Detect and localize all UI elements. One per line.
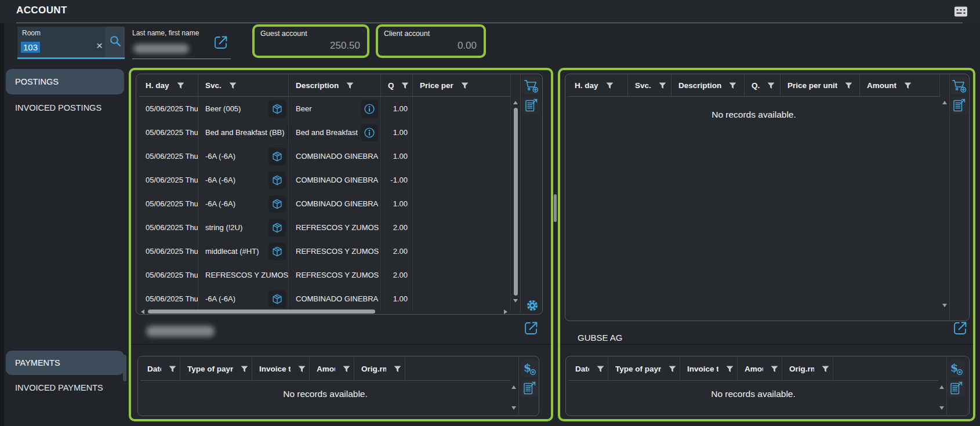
filter-icon[interactable] [346, 82, 354, 89]
column-header[interactable]: Q. [745, 75, 781, 97]
sidebar-splitter[interactable] [123, 355, 126, 381]
column-header[interactable]: Orig.rm. [782, 358, 833, 381]
invoice-preview-button[interactable] [522, 97, 540, 114]
cell-quantity[interactable]: 2.00 [381, 216, 413, 239]
cell-hotel-day[interactable]: 05/06/2025 Thu [139, 216, 198, 239]
filter-icon[interactable] [845, 82, 852, 89]
package-icon[interactable] [268, 195, 286, 213]
cell-price-per-unit[interactable] [413, 121, 511, 144]
cell-price-per-unit[interactable] [413, 239, 511, 263]
cell-quantity[interactable]: 2.00 [381, 239, 413, 263]
package-icon[interactable] [268, 243, 286, 260]
room-input[interactable]: 103 [21, 42, 40, 53]
column-header[interactable]: Orig.rm. [354, 358, 405, 381]
scroll-down-icon[interactable] [513, 299, 518, 303]
cell-quantity[interactable]: 1.00 [381, 192, 413, 216]
keyboard-icon[interactable] [952, 5, 970, 20]
package-icon[interactable] [268, 219, 286, 236]
filter-icon[interactable] [241, 366, 248, 373]
scroll-up-icon[interactable] [942, 101, 947, 104]
cell-description[interactable]: REFRESCOS Y ZUMOS [289, 239, 381, 263]
filter-icon[interactable] [729, 82, 736, 89]
room-field[interactable]: Room 103 × [17, 27, 125, 59]
scroll-up-icon[interactable] [513, 101, 518, 104]
column-header[interactable]: Svc. [628, 75, 672, 97]
filter-icon[interactable] [771, 366, 778, 373]
package-icon[interactable] [268, 148, 286, 165]
add-payment-button[interactable]: $ [521, 360, 538, 377]
horizontal-scrollbar-thumb[interactable] [148, 310, 375, 314]
filter-icon[interactable] [401, 82, 409, 89]
package-icon[interactable] [268, 290, 286, 308]
clear-icon[interactable]: × [96, 40, 103, 51]
cell-hotel-day[interactable]: 05/06/2025 Thu [139, 121, 198, 144]
cell-price-per-unit[interactable] [413, 263, 511, 287]
invoice-preview-button[interactable] [521, 380, 538, 397]
column-header[interactable]: Date [140, 358, 180, 381]
column-header[interactable]: Type of payment [180, 358, 252, 381]
filter-icon[interactable] [343, 366, 350, 373]
cell-hotel-day[interactable]: 05/06/2025 Thu [139, 144, 198, 168]
column-header[interactable]: Date [568, 358, 608, 381]
scroll-down-icon[interactable] [942, 304, 947, 307]
cell-quantity[interactable]: -1.00 [381, 168, 413, 192]
filter-icon[interactable] [461, 82, 469, 89]
column-header[interactable]: H. day [568, 75, 628, 97]
filter-icon[interactable] [597, 366, 604, 373]
column-header[interactable]: Amount [860, 75, 940, 97]
cell-service[interactable]: string (!2U) [198, 216, 289, 239]
cell-service[interactable]: -6A (-6A) [198, 144, 289, 168]
column-header[interactable]: Description [672, 75, 745, 97]
filter-icon[interactable] [904, 82, 912, 89]
column-header[interactable]: Description [289, 75, 381, 97]
cell-quantity[interactable]: 1.00 [381, 97, 413, 121]
column-header[interactable]: Type of payment [608, 358, 680, 381]
cell-service[interactable]: middlecat (#HT) [198, 239, 289, 263]
filter-icon[interactable] [726, 366, 734, 373]
scroll-down-icon[interactable] [511, 406, 516, 410]
cell-quantity[interactable]: 1.00 [381, 144, 413, 168]
scroll-left-icon[interactable] [141, 310, 144, 314]
scroll-down-icon[interactable] [939, 406, 944, 410]
cell-description[interactable]: REFRESCOS Y ZUMOS [289, 263, 381, 287]
cell-service[interactable]: REFRESCOS Y ZUMOS (-5P) [198, 263, 289, 287]
column-header[interactable]: Amount [738, 358, 782, 381]
cell-description[interactable]: COMBINADO GINEBRA [289, 287, 381, 311]
filter-icon[interactable] [394, 366, 401, 373]
filter-icon[interactable] [298, 366, 306, 373]
cell-price-per-unit[interactable] [413, 168, 511, 192]
cell-description[interactable]: Bed and Breakfast [289, 121, 381, 144]
open-client-folio-icon[interactable] [952, 320, 969, 337]
filter-icon[interactable] [177, 82, 184, 89]
filter-icon[interactable] [822, 366, 829, 373]
package-icon[interactable] [268, 100, 286, 118]
invoice-preview-button[interactable] [950, 97, 968, 114]
scroll-right-icon[interactable] [504, 310, 507, 314]
cell-service[interactable]: -6A (-6A) [198, 287, 289, 311]
cell-service[interactable]: Beer (005) [198, 97, 289, 121]
info-icon[interactable] [361, 100, 378, 118]
invoice-preview-button[interactable] [948, 380, 965, 397]
cell-price-per-unit[interactable] [413, 97, 511, 121]
cell-service[interactable]: Bed and Breakfast (BB) [198, 121, 289, 144]
cell-quantity[interactable]: 1.00 [381, 287, 413, 311]
column-header[interactable]: Price per [413, 75, 511, 97]
add-payment-button[interactable]: $ [948, 360, 965, 377]
open-guest-icon[interactable] [212, 34, 230, 52]
column-header[interactable]: H. day [139, 75, 198, 97]
add-posting-button[interactable] [950, 77, 968, 94]
cell-price-per-unit[interactable] [413, 287, 511, 311]
cell-quantity[interactable]: 1.00 [381, 121, 413, 144]
cell-description[interactable]: Beer [289, 97, 381, 121]
cell-hotel-day[interactable]: 05/06/2025 Thu [139, 97, 198, 121]
cell-hotel-day[interactable]: 05/06/2025 Thu [139, 287, 198, 311]
cell-hotel-day[interactable]: 05/06/2025 Thu [139, 168, 198, 192]
vertical-scrollbar-thumb[interactable] [514, 108, 518, 296]
cell-description[interactable]: COMBINADO GINEBRA [289, 168, 381, 192]
column-header[interactable]: Invoice text [252, 358, 310, 381]
cell-description[interactable]: COMBINADO GINEBRA [289, 144, 381, 168]
column-header[interactable]: Invoice text [680, 358, 738, 381]
cell-hotel-day[interactable]: 05/06/2025 Thu [139, 263, 198, 287]
sidebar-item-invoiced-payments[interactable]: INVOICED PAYMENTS [6, 380, 124, 396]
grid-settings-button[interactable] [524, 297, 541, 314]
